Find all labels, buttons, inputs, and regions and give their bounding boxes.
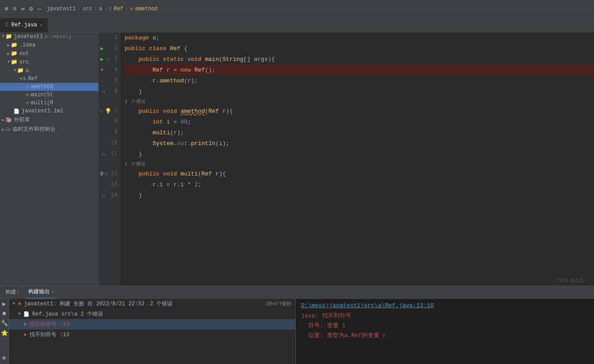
fold-icon-7[interactable]: ◻ — [100, 108, 103, 114]
folder-icon-out: 📁 — [11, 50, 17, 57]
sidebar-item-iml[interactable]: 📄 javatest1.iml — [0, 107, 98, 115]
code-container: 1 ▶ 2 ▶ ◻ 3 ● 4 5 — [99, 32, 594, 286]
sidebar-item-extlib[interactable]: ▶ 📚 外部库 — [0, 115, 98, 124]
arrow-javatest1: ▼ — [2, 34, 4, 39]
breadcrumb-project[interactable]: javatest1 — [47, 6, 76, 12]
sidebar-item-amethod[interactable]: m amethod — [0, 83, 98, 91]
sidebar-label-multi: multi(R — [31, 100, 53, 106]
breadcrumb-src[interactable]: src — [82, 6, 92, 12]
cls-system: System — [152, 140, 173, 147]
error-icon-1: ● — [23, 321, 27, 328]
sidebar-label-src: src — [19, 59, 29, 65]
code-line-6: } — [125, 86, 594, 97]
fold-icon-12[interactable]: ◻ — [105, 171, 108, 176]
fn-multi-call: multi — [152, 129, 170, 136]
bottom-tab-close[interactable]: ✕ — [52, 289, 54, 295]
lineno-11: 11 — [111, 151, 117, 157]
file-link[interactable]: D:\mess\javatest1\src\a\Ref.java:13:10 — [301, 302, 434, 309]
code-hint-2: 1 个用法 — [125, 159, 594, 168]
arrow-extlib: ▶ — [2, 117, 4, 123]
cls-ref-7: Ref — [208, 108, 219, 115]
bp-icon-4[interactable]: ● — [100, 67, 103, 73]
at-icon-12: @ — [100, 171, 103, 176]
sidebar-label-ref: Ref — [28, 76, 38, 82]
gutter-line-4: ● 4 — [99, 64, 121, 75]
fold-icon-6[interactable]: ◻ — [102, 89, 105, 94]
tab-ref-java[interactable]: C Ref.java ✕ — [0, 18, 48, 32]
tab-close-button[interactable]: ✕ — [40, 22, 43, 28]
toolbar-icon-2[interactable]: ≡ — [12, 4, 17, 13]
breadcrumb-method[interactable]: amethod — [135, 6, 157, 12]
gutter-line-12: @ ◻ 12 — [99, 168, 121, 179]
run-icon-3[interactable]: ▶ — [100, 56, 103, 63]
editor-area[interactable]: 1 ▶ 2 ▶ ◻ 3 ● 4 5 — [99, 32, 594, 286]
sidebar-item-temp[interactable]: ▶ 🗂 临时文件和控制台 — [0, 124, 98, 134]
lineno-12: 12 — [111, 171, 117, 177]
code-line-14: } — [125, 190, 594, 201]
gutter-line-10: 10 — [99, 138, 121, 149]
ref-class-icon: C — [23, 76, 26, 81]
bottom-tab-build-output[interactable]: 构建输出 ✕ — [26, 286, 56, 299]
build-item-err2[interactable]: ● 找不到符号 :13 — [9, 330, 295, 340]
code-line-9: multi(r); — [125, 127, 594, 138]
lineno-9: 9 — [114, 129, 117, 136]
toolbar-icon-minus[interactable]: — — [37, 4, 42, 13]
expand-root[interactable]: ▼ — [13, 301, 15, 306]
lineno-10: 10 — [111, 140, 117, 146]
err-msg-main: java: 找不到符号 — [301, 313, 351, 319]
err-detail-location: 位置: 类型为a.Ref的变量 r — [308, 332, 386, 339]
action-wrench-icon[interactable]: 🔧 — [1, 320, 8, 327]
breadcrumb-ref[interactable]: Ref — [114, 6, 124, 12]
build-item-root[interactable]: ▼ ● javatest1: 构建 失败 在 2022/8/21 22:52，2… — [9, 299, 295, 309]
kw-void-7: void — [163, 108, 177, 115]
sidebar-item-ref-class[interactable]: ▼ C Ref — [0, 75, 98, 83]
tab-ref-label: Ref.java — [11, 22, 37, 28]
build-item-refjava[interactable]: ▼ 📄 Ref.java src\a 2 个错误 — [9, 309, 295, 319]
breadcrumb-method-icon: m — [130, 6, 133, 12]
toolbar-icon-1[interactable]: ⊕ — [4, 4, 9, 13]
sidebar-item-a[interactable]: ▼ 📁 a — [0, 66, 98, 75]
build-right-link-line: D:\mess\javatest1\src\a\Ref.java:13:10 — [301, 302, 589, 309]
file-icon-build: 📄 — [23, 311, 30, 317]
fold-icon-3[interactable]: ◻ — [107, 56, 109, 62]
action-star-icon[interactable]: ⭐ — [1, 330, 8, 337]
lineno-7: 7 — [114, 108, 117, 114]
action-stop-icon[interactable]: ■ — [3, 310, 6, 317]
action-eye-icon[interactable]: 👁 — [1, 355, 7, 362]
method-icon-multi: m — [26, 100, 29, 106]
sidebar-item-main[interactable]: m main(St — [0, 91, 98, 99]
sidebar-item-src[interactable]: ▼ 📁 src — [0, 58, 98, 66]
num-2: 2 — [194, 181, 198, 188]
arrow-a: ▼ — [13, 68, 16, 73]
warn-icon-7[interactable]: 💡 — [105, 108, 112, 115]
sidebar-item-out[interactable]: ▶ 📁 out — [0, 49, 98, 58]
sidebar-item-idea[interactable]: ▶ 📁 .idea — [0, 41, 98, 49]
bottom-content: ▶ ■ 🔧 ⭐ 👁 ▼ ● javatest1: 构建 失败 在 2022/8/… — [0, 299, 594, 364]
build-right: D:\mess\javatest1\src\a\Ref.java:13:10 j… — [296, 299, 594, 364]
action-run-icon[interactable]: ▶ — [3, 300, 6, 308]
run-icon-2[interactable]: ▶ — [100, 45, 103, 52]
top-bar: ⊕ ≡ ⇌ ⚙ — javatest1 › src › a › C Ref › … — [0, 0, 594, 18]
code-line-13: r.i = r.i * 2; — [125, 179, 594, 190]
kw-public-7: public — [138, 108, 159, 115]
expand-refjava[interactable]: ▼ — [18, 312, 21, 317]
gutter-line-2: ▶ 2 — [99, 43, 121, 54]
toolbar-icon-3[interactable]: ⇌ — [20, 4, 26, 13]
kw-public-12: public — [138, 171, 159, 177]
code-lines[interactable]: package a; public class Ref { public sta… — [121, 32, 594, 286]
fold-icon-11[interactable]: ◻ — [102, 151, 105, 157]
tab-bar: C Ref.java ✕ — [0, 18, 594, 32]
cls-ref-12: Ref — [202, 171, 212, 177]
sidebar-item-javatest1[interactable]: ▼ 📁 javatest1 D:\mess\j — [0, 32, 98, 41]
gutter-line-3: ▶ ◻ 3 — [99, 54, 121, 64]
kw-int: int — [152, 119, 163, 125]
build-item-err1[interactable]: ● 找不到符号 :13 — [9, 319, 295, 330]
arrow-temp: ▶ — [2, 127, 4, 132]
build-right-detail1: 符号: 变量 i — [301, 321, 589, 330]
fold-icon-14[interactable]: ◻ — [102, 193, 105, 198]
sidebar-label-temp: 临时文件和控制台 — [13, 125, 56, 133]
code-line-8: int i = 99; — [125, 116, 594, 127]
sidebar-item-multi[interactable]: m multi(R — [0, 99, 98, 107]
toolbar-icon-settings[interactable]: ⚙ — [28, 4, 34, 13]
breadcrumb-a[interactable]: a — [99, 6, 102, 12]
